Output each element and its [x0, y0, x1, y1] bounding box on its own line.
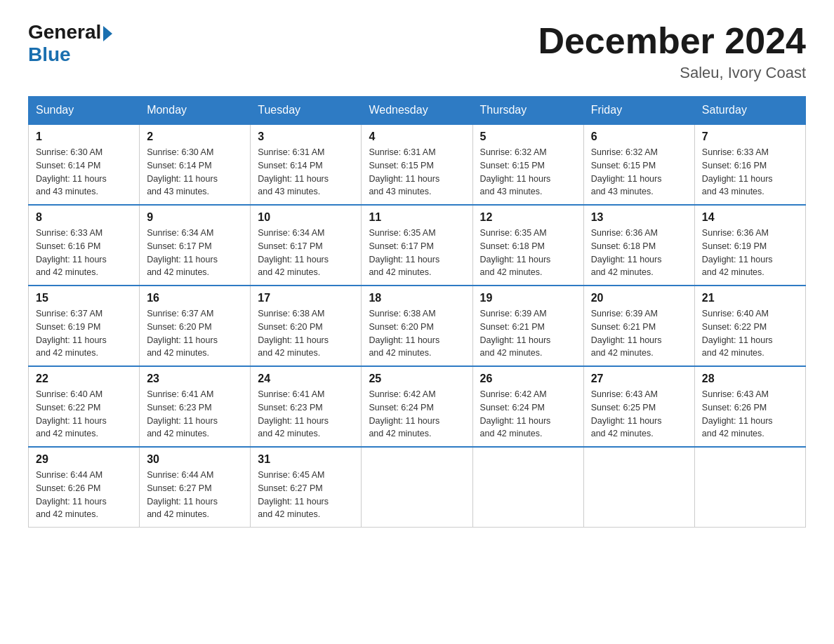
calendar-day: 31 Sunrise: 6:45 AMSunset: 6:27 PMDaylig…: [251, 447, 362, 528]
day-number: 7: [702, 130, 798, 143]
calendar-header: SundayMondayTuesdayWednesdayThursdayFrid…: [29, 97, 806, 125]
day-number: 26: [480, 373, 576, 385]
weekday-header-friday: Friday: [583, 97, 694, 125]
calendar-day: 25 Sunrise: 6:42 AMSunset: 6:24 PMDaylig…: [362, 366, 472, 447]
day-info: Sunrise: 6:38 AMSunset: 6:20 PMDaylight:…: [369, 307, 465, 360]
calendar-day: [472, 447, 583, 528]
day-info: Sunrise: 6:39 AMSunset: 6:21 PMDaylight:…: [591, 307, 687, 360]
day-info: Sunrise: 6:31 AMSunset: 6:14 PMDaylight:…: [258, 146, 354, 199]
day-info: Sunrise: 6:41 AMSunset: 6:23 PMDaylight:…: [147, 388, 243, 441]
day-info: Sunrise: 6:33 AMSunset: 6:16 PMDaylight:…: [36, 227, 132, 279]
calendar-day: 1 Sunrise: 6:30 AMSunset: 6:14 PMDayligh…: [29, 124, 140, 205]
logo-triangle-icon: [103, 26, 112, 41]
logo-general-text: General: [28, 21, 101, 43]
day-info: Sunrise: 6:35 AMSunset: 6:18 PMDaylight:…: [480, 227, 576, 279]
calendar-day: 3 Sunrise: 6:31 AMSunset: 6:14 PMDayligh…: [251, 124, 362, 205]
day-number: 4: [369, 130, 465, 143]
day-info: Sunrise: 6:45 AMSunset: 6:27 PMDaylight:…: [258, 469, 354, 521]
weekday-header-wednesday: Wednesday: [362, 97, 472, 125]
day-number: 21: [702, 292, 798, 304]
day-number: 28: [702, 373, 798, 385]
day-info: Sunrise: 6:42 AMSunset: 6:24 PMDaylight:…: [480, 388, 576, 441]
day-number: 8: [36, 211, 132, 224]
calendar-title: December 2024: [538, 21, 806, 61]
calendar-day: 24 Sunrise: 6:41 AMSunset: 6:23 PMDaylig…: [251, 366, 362, 447]
day-number: 13: [591, 211, 687, 224]
day-number: 19: [480, 292, 576, 304]
day-number: 27: [591, 373, 687, 385]
calendar-day: 29 Sunrise: 6:44 AMSunset: 6:26 PMDaylig…: [29, 447, 140, 528]
calendar-table: SundayMondayTuesdayWednesdayThursdayFrid…: [28, 96, 806, 528]
day-number: 18: [369, 292, 465, 304]
title-section: December 2024 Saleu, Ivory Coast: [538, 21, 806, 82]
day-info: Sunrise: 6:31 AMSunset: 6:15 PMDaylight:…: [369, 146, 465, 199]
day-number: 11: [369, 211, 465, 224]
day-number: 30: [147, 453, 243, 466]
calendar-body: 1 Sunrise: 6:30 AMSunset: 6:14 PMDayligh…: [29, 124, 806, 528]
weekday-header-thursday: Thursday: [472, 97, 583, 125]
calendar-day: 9 Sunrise: 6:34 AMSunset: 6:17 PMDayligh…: [140, 205, 251, 286]
day-number: 5: [480, 130, 576, 143]
day-number: 16: [147, 292, 243, 304]
calendar-week-1: 1 Sunrise: 6:30 AMSunset: 6:14 PMDayligh…: [29, 124, 806, 205]
weekday-header-monday: Monday: [140, 97, 251, 125]
calendar-day: 16 Sunrise: 6:37 AMSunset: 6:20 PMDaylig…: [140, 286, 251, 366]
day-number: 23: [147, 373, 243, 385]
calendar-day: 15 Sunrise: 6:37 AMSunset: 6:19 PMDaylig…: [29, 286, 140, 366]
day-info: Sunrise: 6:37 AMSunset: 6:20 PMDaylight:…: [147, 307, 243, 360]
day-info: Sunrise: 6:33 AMSunset: 6:16 PMDaylight:…: [702, 146, 798, 199]
calendar-week-2: 8 Sunrise: 6:33 AMSunset: 6:16 PMDayligh…: [29, 205, 806, 286]
calendar-day: 7 Sunrise: 6:33 AMSunset: 6:16 PMDayligh…: [694, 124, 805, 205]
day-info: Sunrise: 6:43 AMSunset: 6:26 PMDaylight:…: [702, 388, 798, 441]
calendar-day: 17 Sunrise: 6:38 AMSunset: 6:20 PMDaylig…: [251, 286, 362, 366]
calendar-day: [694, 447, 805, 528]
day-number: 12: [480, 211, 576, 224]
day-number: 20: [591, 292, 687, 304]
day-number: 22: [36, 373, 132, 385]
calendar-day: 27 Sunrise: 6:43 AMSunset: 6:25 PMDaylig…: [583, 366, 694, 447]
day-info: Sunrise: 6:38 AMSunset: 6:20 PMDaylight:…: [258, 307, 354, 360]
day-info: Sunrise: 6:39 AMSunset: 6:21 PMDaylight:…: [480, 307, 576, 360]
day-info: Sunrise: 6:42 AMSunset: 6:24 PMDaylight:…: [369, 388, 465, 441]
day-number: 1: [36, 130, 132, 143]
day-info: Sunrise: 6:32 AMSunset: 6:15 PMDaylight:…: [480, 146, 576, 199]
calendar-week-4: 22 Sunrise: 6:40 AMSunset: 6:22 PMDaylig…: [29, 366, 806, 447]
day-info: Sunrise: 6:44 AMSunset: 6:27 PMDaylight:…: [147, 469, 243, 521]
day-number: 31: [258, 453, 354, 466]
calendar-day: 20 Sunrise: 6:39 AMSunset: 6:21 PMDaylig…: [583, 286, 694, 366]
weekday-header-saturday: Saturday: [694, 97, 805, 125]
logo: General Blue: [28, 21, 112, 66]
day-number: 15: [36, 292, 132, 304]
calendar-day: 14 Sunrise: 6:36 AMSunset: 6:19 PMDaylig…: [694, 205, 805, 286]
day-number: 29: [36, 453, 132, 466]
day-info: Sunrise: 6:41 AMSunset: 6:23 PMDaylight:…: [258, 388, 354, 441]
day-number: 14: [702, 211, 798, 224]
calendar-day: 2 Sunrise: 6:30 AMSunset: 6:14 PMDayligh…: [140, 124, 251, 205]
day-number: 6: [591, 130, 687, 143]
day-info: Sunrise: 6:43 AMSunset: 6:25 PMDaylight:…: [591, 388, 687, 441]
day-number: 24: [258, 373, 354, 385]
page-header: General Blue December 2024 Saleu, Ivory …: [28, 21, 806, 82]
day-info: Sunrise: 6:35 AMSunset: 6:17 PMDaylight:…: [369, 227, 465, 279]
calendar-day: 5 Sunrise: 6:32 AMSunset: 6:15 PMDayligh…: [472, 124, 583, 205]
day-number: 9: [147, 211, 243, 224]
calendar-day: [362, 447, 472, 528]
day-number: 10: [258, 211, 354, 224]
day-number: 3: [258, 130, 354, 143]
weekday-header-sunday: Sunday: [29, 97, 140, 125]
calendar-day: 4 Sunrise: 6:31 AMSunset: 6:15 PMDayligh…: [362, 124, 472, 205]
calendar-subtitle: Saleu, Ivory Coast: [538, 64, 806, 82]
logo-blue-text: Blue: [28, 43, 71, 65]
calendar-day: 26 Sunrise: 6:42 AMSunset: 6:24 PMDaylig…: [472, 366, 583, 447]
day-number: 2: [147, 130, 243, 143]
day-info: Sunrise: 6:40 AMSunset: 6:22 PMDaylight:…: [36, 388, 132, 441]
calendar-day: 22 Sunrise: 6:40 AMSunset: 6:22 PMDaylig…: [29, 366, 140, 447]
calendar-day: [583, 447, 694, 528]
calendar-week-5: 29 Sunrise: 6:44 AMSunset: 6:26 PMDaylig…: [29, 447, 806, 528]
day-info: Sunrise: 6:36 AMSunset: 6:18 PMDaylight:…: [591, 227, 687, 279]
calendar-day: 23 Sunrise: 6:41 AMSunset: 6:23 PMDaylig…: [140, 366, 251, 447]
day-number: 25: [369, 373, 465, 385]
day-info: Sunrise: 6:40 AMSunset: 6:22 PMDaylight:…: [702, 307, 798, 360]
calendar-day: 8 Sunrise: 6:33 AMSunset: 6:16 PMDayligh…: [29, 205, 140, 286]
calendar-day: 13 Sunrise: 6:36 AMSunset: 6:18 PMDaylig…: [583, 205, 694, 286]
